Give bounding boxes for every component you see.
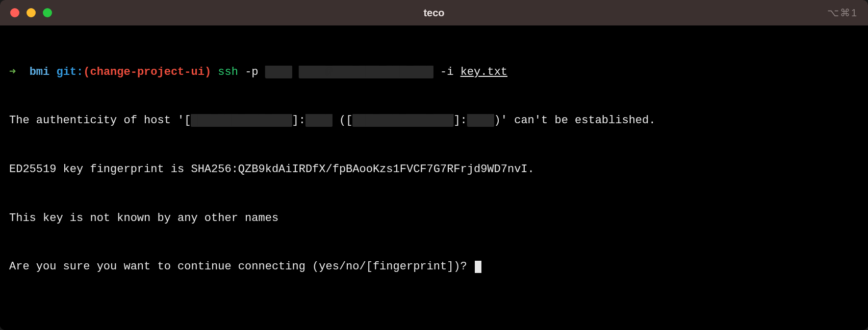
maximize-button[interactable] [43,8,52,17]
host-redacted: ████@███.███.███.███ [299,66,433,78]
output-line-2: ED25519 key fingerprint is SHA256:QZB9kd… [9,161,859,178]
output-line-3: This key is not known by any other names [9,210,859,227]
window-title: teco [423,7,444,19]
prompt-question: Are you sure you want to continue connec… [9,260,474,273]
cursor [475,261,481,273]
prompt-folder: bmi [30,66,50,78]
minimize-button[interactable] [27,8,36,17]
port-redacted-1: ████ [305,114,333,127]
git-paren-close: ) [205,66,211,78]
keyfile: key.txt [461,66,507,78]
output-line-4: Are you sure you want to continue connec… [9,259,859,275]
command-name: ssh [218,66,238,78]
terminal-body[interactable]: ➜ bmi git:(change-project-ui) ssh -p ███… [0,25,868,330]
port-redacted: ████ [265,66,292,78]
traffic-lights [10,8,52,17]
git-label: git: [56,66,83,78]
auth-text-b: ]: [292,114,305,127]
host-ip-redacted-2: ███.███.███.███ [352,114,453,127]
titlebar[interactable]: teco ⌥⌘1 [0,0,868,25]
auth-text-d: ]: [453,114,467,127]
close-button[interactable] [10,8,19,17]
flag-p: -p [245,66,258,78]
port-redacted-2: ████ [467,114,494,127]
auth-text-a: The authenticity of host '[ [9,114,191,127]
git-paren-open: ( [83,66,90,78]
auth-text-e: )' can't be established. [494,114,656,127]
prompt-arrow: ➜ [9,66,16,78]
prompt-line: ➜ bmi git:(change-project-ui) ssh -p ███… [9,64,859,80]
output-line-1: The authenticity of host '[███.███.███.█… [9,113,859,129]
flag-i: -i [440,66,453,78]
auth-text-c: ([ [333,114,353,127]
keyboard-shortcut-indicator: ⌥⌘1 [827,7,858,19]
host-ip-redacted-1: ███.███.███.███ [191,114,292,127]
terminal-window: teco ⌥⌘1 ➜ bmi git:(change-project-ui) s… [0,0,868,330]
git-branch: change-project-ui [90,66,204,78]
